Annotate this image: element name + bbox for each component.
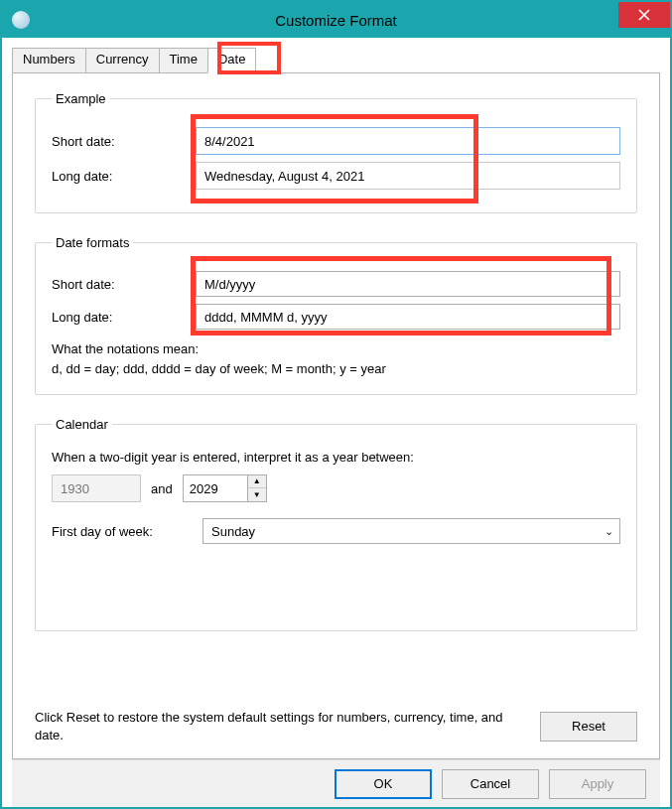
chevron-down-icon: ⌄ — [605, 311, 613, 324]
row-long-example: Long date: Wednesday, August 4, 2021 — [52, 162, 620, 190]
cancel-button[interactable]: Cancel — [442, 769, 539, 799]
customize-format-window: Customize Format Numbers Currency Time D… — [0, 0, 672, 809]
group-formats-legend: Date formats — [52, 235, 133, 250]
notation-help: What the notations mean: d, dd = day; dd… — [52, 339, 620, 378]
year-end-spinner[interactable]: ▲ ▼ — [183, 474, 267, 502]
row-long-format: Long date: dddd, MMMM d, yyyy ⌄ — [52, 304, 620, 330]
year-range-row: 1930 and ▲ ▼ — [52, 474, 620, 502]
two-digit-year-text: When a two-digit year is entered, interp… — [52, 450, 620, 465]
short-date-format-value: M/d/yyyy — [204, 277, 255, 292]
short-date-format-combo[interactable]: M/d/yyyy ⌄ — [196, 271, 620, 297]
tab-time[interactable]: Time — [159, 48, 208, 73]
long-date-format-value: dddd, MMMM d, yyyy — [204, 310, 328, 325]
reset-description: Click Reset to restore the system defaul… — [35, 709, 520, 744]
group-date-formats: Date formats Short date: M/d/yyyy ⌄ Long… — [35, 235, 637, 395]
long-date-example: Wednesday, August 4, 2021 — [196, 162, 620, 190]
chevron-down-icon: ⌄ — [605, 278, 613, 291]
short-date-example: 8/4/2021 — [196, 127, 620, 155]
label-long-date-format: Long date: — [52, 310, 196, 325]
label-first-day: First day of week: — [52, 524, 202, 539]
close-icon — [638, 9, 650, 21]
tab-strip: Numbers Currency Time Date — [12, 48, 660, 73]
first-day-combo[interactable]: Sunday ⌄ — [202, 518, 620, 544]
year-start-readonly: 1930 — [52, 474, 141, 502]
tab-date[interactable]: Date — [207, 48, 256, 73]
long-date-format-combo[interactable]: dddd, MMMM d, yyyy ⌄ — [196, 304, 620, 330]
row-short-example: Short date: 8/4/2021 — [52, 127, 620, 155]
group-example: Example Short date: 8/4/2021 Long date: … — [35, 91, 637, 213]
dialog-body: Numbers Currency Time Date Example Short… — [2, 38, 670, 807]
apply-button[interactable]: Apply — [549, 769, 646, 799]
label-long-date-example: Long date: — [52, 169, 196, 184]
chevron-down-icon: ⌄ — [605, 525, 613, 538]
reset-row: Click Reset to restore the system defaul… — [35, 701, 637, 744]
titlebar: Customize Format — [2, 2, 670, 38]
spinner-up-button[interactable]: ▲ — [248, 475, 266, 488]
spinner-down-button[interactable]: ▼ — [248, 488, 266, 501]
row-first-day: First day of week: Sunday ⌄ — [52, 518, 620, 544]
dialog-footer: OK Cancel Apply — [12, 759, 660, 807]
group-calendar-legend: Calendar — [52, 417, 112, 432]
close-button[interactable] — [618, 2, 670, 28]
label-short-date-format: Short date: — [52, 277, 196, 292]
reset-button[interactable]: Reset — [540, 712, 637, 742]
row-short-format: Short date: M/d/yyyy ⌄ — [52, 271, 620, 297]
first-day-value: Sunday — [211, 524, 255, 539]
window-title: Customize Format — [2, 12, 670, 29]
label-short-date-example: Short date: — [52, 134, 196, 149]
ok-button[interactable]: OK — [335, 769, 432, 799]
and-label: and — [151, 481, 173, 496]
notation-body: d, dd = day; ddd, dddd = day of week; M … — [52, 359, 620, 379]
year-end-input[interactable] — [183, 474, 248, 502]
tab-panel-date: Example Short date: 8/4/2021 Long date: … — [12, 72, 660, 759]
group-example-legend: Example — [52, 91, 110, 106]
tab-currency[interactable]: Currency — [85, 48, 160, 73]
group-calendar: Calendar When a two-digit year is entere… — [35, 417, 637, 631]
tab-numbers[interactable]: Numbers — [12, 48, 86, 73]
spinner-buttons: ▲ ▼ — [248, 474, 267, 502]
notation-title: What the notations mean: — [52, 339, 620, 359]
